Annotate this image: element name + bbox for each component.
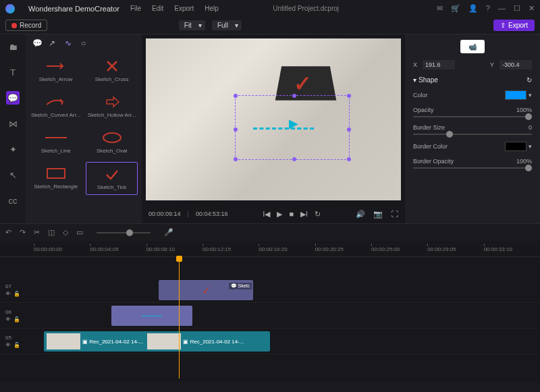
sidebar-caption-icon[interactable]: cc <box>6 194 20 207</box>
user-icon[interactable]: 👤 <box>468 4 478 13</box>
mic-icon[interactable]: 🎤 <box>164 228 173 237</box>
reset-icon[interactable]: ↻ <box>526 76 532 84</box>
sidebar-library-icon[interactable]: 🖿 <box>6 40 20 53</box>
asset-sketch-oval[interactable]: Sketch_Oval <box>86 126 138 158</box>
svg-rect-1 <box>47 169 65 178</box>
redo-icon[interactable]: ↷ <box>20 228 26 237</box>
asset-sketch-arrow[interactable]: Sketch_Arrow <box>30 55 82 86</box>
shape-section-header[interactable]: Shape ↻ <box>413 76 532 84</box>
visibility-icon[interactable]: 👁 <box>5 342 11 348</box>
border-opacity-slider[interactable] <box>413 167 532 169</box>
asset-tab-speech-icon[interactable]: 💬 <box>32 38 43 49</box>
lock-icon[interactable]: 🔓 <box>14 291 20 297</box>
border-size-label: Border Size <box>413 124 529 131</box>
resize-handle[interactable] <box>234 94 238 98</box>
resize-handle[interactable] <box>292 157 296 161</box>
current-time: 00:00:09:14 <box>148 211 181 217</box>
clip-extension[interactable] <box>111 306 192 326</box>
resize-handle[interactable] <box>234 128 238 132</box>
stop-icon[interactable]: ■ <box>289 210 294 219</box>
asset-tab-arrow-icon[interactable]: ↗ <box>49 38 59 49</box>
undo-icon[interactable]: ↶ <box>5 228 11 237</box>
border-color-dropdown-icon[interactable]: ▾ <box>529 143 532 150</box>
lock-icon[interactable]: 🔓 <box>14 316 20 323</box>
menu-file[interactable]: File <box>130 5 141 12</box>
camera-tab[interactable]: 📹 <box>460 40 485 53</box>
help-icon[interactable]: ? <box>486 4 490 13</box>
asset-sketch-line[interactable]: Sketch_Line <box>30 126 82 158</box>
resize-handle[interactable] <box>347 94 351 98</box>
minimize-icon[interactable]: — <box>498 4 506 13</box>
clip-thumbnail <box>47 333 80 349</box>
resize-handle[interactable] <box>234 157 238 161</box>
opacity-label: Opacity <box>413 107 516 113</box>
border-opacity-label: Border Opacity <box>413 158 516 165</box>
border-size-slider[interactable] <box>413 134 532 135</box>
group-icon[interactable]: ▭ <box>76 228 83 237</box>
svg-point-0 <box>103 133 121 142</box>
loop-icon[interactable]: ↻ <box>315 210 321 219</box>
resize-handle[interactable] <box>347 128 351 132</box>
preview-panel: ✓ ▶ 00:00:09:14 | 00:04:53:16 I◀ ▶ ■ <box>142 34 405 223</box>
menu-export[interactable]: Export <box>174 5 194 12</box>
next-frame-icon[interactable]: ▶I <box>300 210 308 219</box>
visibility-icon[interactable]: 👁 <box>5 291 11 297</box>
volume-icon[interactable]: 🔊 <box>356 210 365 219</box>
resize-handle[interactable] <box>292 94 296 98</box>
mail-icon[interactable]: ✉ <box>437 4 443 13</box>
selection-rect[interactable] <box>235 95 350 160</box>
asset-tab-shape-icon[interactable]: ○ <box>81 38 92 49</box>
title-bar: Wondershare DemoCreator File Edit Export… <box>0 0 540 17</box>
export-button[interactable]: ⇪ Export <box>493 20 535 31</box>
sidebar-annotation-icon[interactable]: 💬 <box>6 91 20 105</box>
x-input[interactable] <box>423 60 455 69</box>
timeline-ruler[interactable]: 00:00:00:00 00:00:04:05 00:00:08:10 00:0… <box>0 241 540 257</box>
close-icon[interactable]: ✕ <box>529 4 535 13</box>
full-dropdown[interactable]: Full <box>212 20 242 30</box>
track-06: 06👁🔓 <box>0 303 540 329</box>
cart-icon[interactable]: 🛒 <box>451 4 460 13</box>
clip-video[interactable]: ▣ Rec_2021-04-02 14-... ▣ Rec_2021-04-02… <box>44 331 270 352</box>
record-label: Record <box>20 22 41 29</box>
opacity-slider[interactable] <box>413 116 532 117</box>
fit-dropdown[interactable]: Fit <box>179 20 205 30</box>
y-input[interactable] <box>500 60 532 69</box>
lock-icon[interactable]: 🔓 <box>14 342 20 348</box>
visibility-icon[interactable]: 👁 <box>5 316 11 323</box>
playhead[interactable] <box>179 257 180 379</box>
properties-panel: 📹 X Y Shape ↻ Color▾ Opacity100% Border … <box>405 34 540 223</box>
maximize-icon[interactable]: ☐ <box>514 4 520 13</box>
asset-sketch-tick[interactable]: Sketch_Tick <box>86 162 138 195</box>
record-dot-icon <box>11 23 17 28</box>
prev-frame-icon[interactable]: I◀ <box>263 210 270 219</box>
zoom-slider[interactable] <box>97 232 151 233</box>
sidebar-transition-icon[interactable]: ⋈ <box>6 117 20 130</box>
sidebar-text-icon[interactable]: T <box>6 65 20 79</box>
clip-sketch-tick[interactable]: ✓💬 Sketc <box>159 280 253 300</box>
color-dropdown-icon[interactable]: ▾ <box>529 92 532 99</box>
asset-sketch-cross[interactable]: Sketch_Cross <box>86 55 138 86</box>
border-opacity-value: 100% <box>516 158 532 165</box>
border-color-picker[interactable] <box>505 142 526 151</box>
color-picker[interactable] <box>505 90 526 100</box>
snapshot-icon[interactable]: 📷 <box>373 210 383 219</box>
menu-help[interactable]: Help <box>205 5 219 12</box>
split-icon[interactable]: ✂ <box>34 228 40 237</box>
asset-sketch-rectangle[interactable]: Sketch_Rectangle <box>30 162 82 195</box>
marker-icon[interactable]: ◇ <box>63 228 68 237</box>
sidebar-cursor-icon[interactable]: ↖ <box>6 168 20 181</box>
export-label: Export <box>508 22 528 29</box>
y-label: Y <box>490 61 494 68</box>
asset-sketch-hollow-arrow[interactable]: Sketch_Hollow Arr... <box>86 90 138 122</box>
play-icon[interactable]: ▶ <box>277 210 282 219</box>
asset-sketch-curved-arrow[interactable]: Sketch_Curved Arr... <box>30 90 82 122</box>
fullscreen-icon[interactable]: ⛶ <box>391 210 398 219</box>
opacity-value: 100% <box>516 107 532 113</box>
menu-edit[interactable]: Edit <box>152 5 163 12</box>
asset-tab-sketch-icon[interactable]: ∿ <box>65 38 76 49</box>
preview-canvas[interactable]: ✓ ▶ <box>146 38 401 200</box>
resize-handle[interactable] <box>347 157 351 161</box>
crop-icon[interactable]: ◫ <box>48 228 55 237</box>
sidebar-effects-icon[interactable]: ✦ <box>6 142 20 156</box>
record-button[interactable]: Record <box>5 20 47 31</box>
